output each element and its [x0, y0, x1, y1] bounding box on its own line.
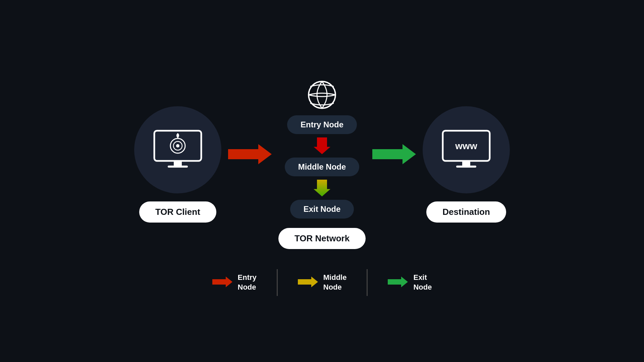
tor-client-circle [134, 106, 221, 193]
legend-entry-arrow [212, 275, 232, 290]
network-to-destination-arrow [372, 142, 416, 166]
entry-node-pill: Entry Node [287, 115, 357, 134]
tor-network-label: TOR Network [278, 228, 366, 249]
entry-to-middle-arrow [314, 137, 330, 154]
main-diagram: TOR Client Entry [134, 80, 510, 249]
destination-section: www Destination [423, 106, 510, 223]
middle-to-exit-arrow [314, 180, 330, 196]
tor-client-label: TOR Client [139, 201, 216, 223]
svg-text:www: www [455, 141, 477, 151]
svg-marker-9 [314, 180, 330, 196]
legend-middle-node: MiddleNode [278, 273, 367, 292]
legend-entry-label: EntryNode [238, 273, 257, 292]
svg-rect-12 [462, 161, 470, 166]
client-to-network-arrow [228, 142, 272, 166]
tor-client-monitor-icon [151, 127, 205, 172]
svg-marker-15 [212, 277, 232, 287]
destination-monitor-icon: www [439, 127, 493, 172]
legend-exit-node: ExitNode [368, 273, 452, 292]
legend-middle-label: MiddleNode [323, 273, 347, 292]
svg-marker-10 [372, 144, 416, 164]
destination-label: Destination [426, 201, 506, 223]
svg-marker-8 [314, 137, 330, 154]
legend-exit-label: ExitNode [413, 273, 432, 292]
globe-icon [305, 80, 339, 111]
destination-circle: www [423, 106, 510, 193]
exit-node-pill: Exit Node [290, 200, 354, 219]
legend-middle-arrow [298, 275, 318, 290]
tor-client-section: TOR Client [134, 106, 221, 223]
svg-marker-6 [228, 144, 272, 164]
legend-exit-arrow [388, 275, 408, 290]
svg-marker-16 [298, 277, 318, 287]
svg-rect-1 [174, 161, 182, 166]
legend-entry-node: EntryNode [192, 273, 277, 292]
tor-network-section: Entry Node Middle Node Exit Node [278, 80, 366, 249]
svg-rect-13 [456, 166, 476, 168]
svg-rect-2 [168, 166, 188, 168]
svg-marker-17 [388, 277, 408, 287]
legend: EntryNode MiddleNode ExitNode [192, 269, 452, 296]
svg-point-5 [176, 144, 179, 147]
middle-node-pill: Middle Node [285, 158, 360, 176]
